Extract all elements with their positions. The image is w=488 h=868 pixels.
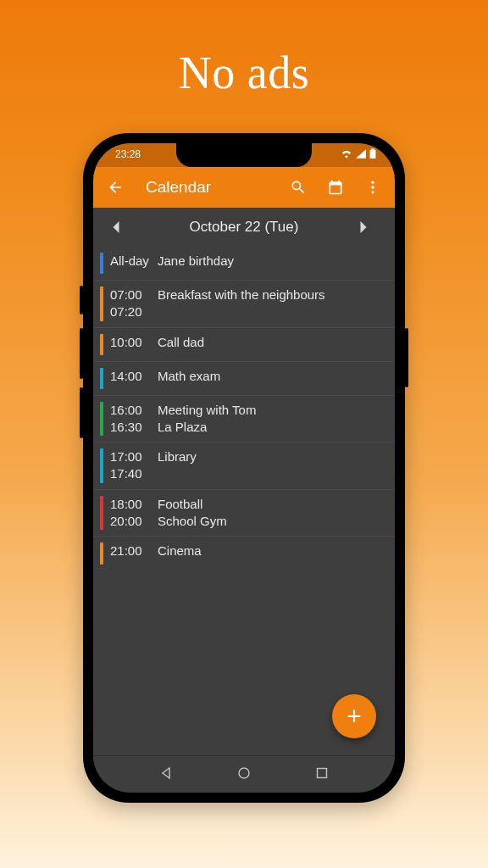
event-time: 16:0016:30 — [110, 402, 158, 437]
date-navigator: October 22 (Tue) — [93, 208, 395, 247]
event-row[interactable]: 14:00Math exam — [93, 362, 395, 396]
phone-frame: 23:28 Calendar — [83, 133, 405, 803]
svg-rect-1 — [371, 148, 374, 150]
status-icons — [341, 148, 376, 159]
notch — [176, 143, 312, 167]
event-time: 07:0007:20 — [110, 287, 158, 321]
event-row[interactable]: 18:0020:00FootballSchool Gym — [93, 490, 395, 537]
event-title: Math exam — [158, 368, 386, 385]
nav-back-button[interactable] — [158, 765, 175, 782]
next-day-button[interactable] — [359, 221, 376, 233]
battery-icon — [369, 148, 376, 159]
prev-day-button[interactable] — [112, 221, 129, 233]
event-row[interactable]: All-dayJane birthday — [93, 247, 395, 281]
more-vert-icon — [364, 179, 381, 196]
search-button[interactable] — [288, 177, 308, 198]
event-title: Cinema — [158, 542, 386, 559]
signal-icon — [356, 149, 366, 159]
status-time: 23:28 — [115, 148, 141, 160]
event-title: Call dad — [158, 334, 386, 351]
calendar-view-button[interactable] — [325, 177, 346, 198]
event-time: 17:0017:40 — [110, 448, 158, 483]
app-bar: Calendar — [93, 167, 395, 208]
nav-recent-button[interactable] — [313, 765, 330, 782]
promo-headline: No ads — [179, 47, 309, 99]
calendar-icon — [327, 179, 344, 196]
event-title: Meeting with TomLa Plaza — [158, 402, 386, 437]
add-event-fab[interactable]: + — [332, 694, 376, 738]
event-color-bar — [100, 253, 103, 274]
event-time: 14:00 — [110, 368, 158, 385]
circle-home-icon — [237, 766, 251, 780]
event-color-bar — [100, 368, 103, 389]
event-title: FootballSchool Gym — [158, 496, 386, 531]
search-icon — [290, 179, 307, 196]
svg-point-3 — [371, 186, 374, 188]
nav-home-button[interactable] — [236, 765, 252, 782]
side-button — [405, 328, 408, 387]
event-title: Breakfast with the neighbours — [158, 287, 386, 303]
event-color-bar — [100, 542, 103, 565]
events-list[interactable]: All-dayJane birthday07:0007:20Breakfast … — [93, 247, 395, 755]
wifi-icon — [341, 149, 352, 159]
event-row[interactable]: 16:0016:30Meeting with TomLa Plaza — [93, 396, 395, 443]
chevron-right-icon — [359, 221, 368, 233]
event-time: 18:0020:00 — [110, 496, 158, 531]
svg-rect-6 — [318, 768, 327, 777]
overflow-menu-button[interactable] — [363, 177, 383, 198]
system-nav-bar — [93, 755, 395, 793]
side-button — [80, 387, 83, 438]
event-color-bar — [100, 402, 103, 437]
app-title: Calendar — [146, 178, 273, 197]
back-button[interactable] — [105, 177, 125, 198]
triangle-back-icon — [159, 766, 173, 780]
svg-point-5 — [239, 768, 249, 778]
event-color-bar — [100, 334, 103, 355]
event-color-bar — [100, 496, 103, 531]
event-title: Jane birthday — [158, 253, 386, 270]
event-row[interactable]: 10:00Call dad — [93, 328, 395, 362]
side-button — [80, 286, 83, 314]
chevron-left-icon — [112, 221, 120, 233]
event-row[interactable]: 17:0017:40Library — [93, 442, 395, 490]
event-time: All-day — [110, 253, 158, 270]
svg-rect-0 — [370, 150, 376, 159]
event-time: 21:00 — [110, 542, 158, 559]
event-row[interactable]: 07:0007:20Breakfast with the neighbours — [93, 281, 395, 328]
event-row[interactable]: 21:00Cinema — [93, 537, 395, 570]
event-title: Library — [158, 448, 386, 465]
svg-point-4 — [371, 191, 374, 193]
svg-point-2 — [371, 181, 374, 184]
event-color-bar — [100, 448, 103, 483]
event-time: 10:00 — [110, 334, 158, 351]
event-color-bar — [100, 287, 103, 321]
screen: 23:28 Calendar — [93, 143, 395, 793]
side-button — [80, 328, 83, 379]
plus-icon: + — [347, 702, 362, 731]
current-date-label[interactable]: October 22 (Tue) — [190, 219, 299, 236]
square-recent-icon — [315, 766, 329, 780]
arrow-left-icon — [107, 179, 124, 196]
